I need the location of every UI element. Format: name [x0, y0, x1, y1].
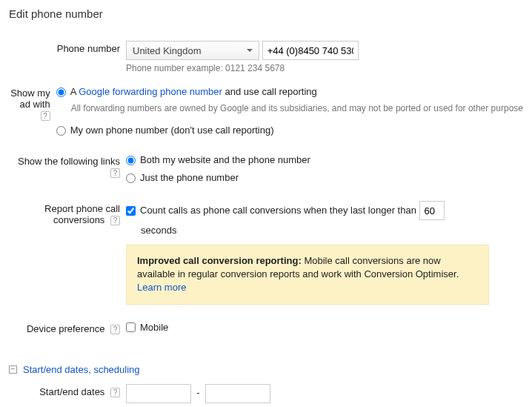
country-select[interactable]: United Kingdom: [126, 41, 259, 60]
radio-both[interactable]: [126, 156, 136, 165]
help-icon[interactable]: ?: [110, 168, 120, 178]
google-forwarding-link[interactable]: Google forwarding phone number: [79, 86, 222, 97]
radio-google-forwarding-pre: A: [70, 86, 79, 97]
forwarding-disclaimer: All forwarding numbers are owned by Goog…: [71, 103, 523, 113]
help-icon[interactable]: ?: [110, 216, 120, 225]
page-title: Edit phone number: [9, 7, 523, 20]
notice-bold: Improved call conversion reporting:: [137, 255, 302, 266]
row-device-pref: Device preference ? Mobile: [9, 321, 523, 339]
row-show-links: Show the following links ? Both my websi…: [9, 153, 523, 189]
phone-input[interactable]: [262, 41, 359, 60]
label-phone-number: Phone number: [9, 41, 126, 54]
row-phone-number: Phone number United Kingdom Phone number…: [9, 41, 523, 73]
row-show-ad-with: Show my ad with ? A Google forwarding ph…: [9, 85, 523, 142]
learn-more-link[interactable]: Learn more: [137, 282, 186, 293]
radio-both-label: Both my website and the phone number: [140, 153, 310, 167]
radio-phone-only-label: Just the phone number: [140, 171, 239, 185]
label-show-links: Show the following links: [18, 156, 120, 167]
mobile-label: Mobile: [140, 321, 168, 334]
seconds-suffix: seconds: [141, 225, 523, 236]
radio-google-forwarding[interactable]: [56, 87, 66, 97]
chevron-down-icon: [247, 49, 253, 52]
row-start-end-dates: Start/end dates ? -: [9, 384, 523, 403]
label-conversions-l2: conversions: [53, 214, 104, 225]
radio-own-number[interactable]: [56, 126, 66, 136]
radio-google-forwarding-post: and use call reporting: [222, 86, 317, 97]
minus-icon: −: [9, 365, 17, 374]
label-conversions-l1: Report phone call: [44, 203, 120, 214]
checkbox-mobile[interactable]: [126, 322, 136, 332]
radio-phone-only[interactable]: [126, 173, 136, 183]
end-date-input[interactable]: [205, 384, 270, 403]
label-show-ad-with: Show my ad with: [10, 87, 50, 110]
start-date-input[interactable]: [126, 384, 191, 403]
label-device-pref: Device preference: [27, 323, 105, 334]
section-toggle-label: Start/end dates, scheduling: [23, 364, 140, 375]
checkbox-count-calls[interactable]: [126, 206, 136, 216]
section-toggle-scheduling[interactable]: − Start/end dates, scheduling: [9, 364, 140, 375]
help-icon[interactable]: ?: [41, 111, 50, 121]
date-separator: -: [196, 387, 199, 398]
phone-example-hint: Phone number example: 0121 234 5678: [126, 63, 523, 73]
row-conversions: Report phone call conversions ? Count ca…: [9, 201, 523, 309]
label-start-end-dates: Start/end dates: [39, 386, 104, 397]
seconds-input[interactable]: [419, 201, 445, 220]
help-icon[interactable]: ?: [110, 325, 120, 334]
count-calls-text: Count calls as phone call conversions wh…: [140, 204, 416, 217]
improved-reporting-notice: Improved call conversion reporting: Mobi…: [126, 245, 489, 305]
radio-own-number-label: My own phone number (don't use call repo…: [70, 124, 274, 137]
help-icon[interactable]: ?: [110, 388, 120, 397]
country-selected: United Kingdom: [133, 45, 202, 56]
